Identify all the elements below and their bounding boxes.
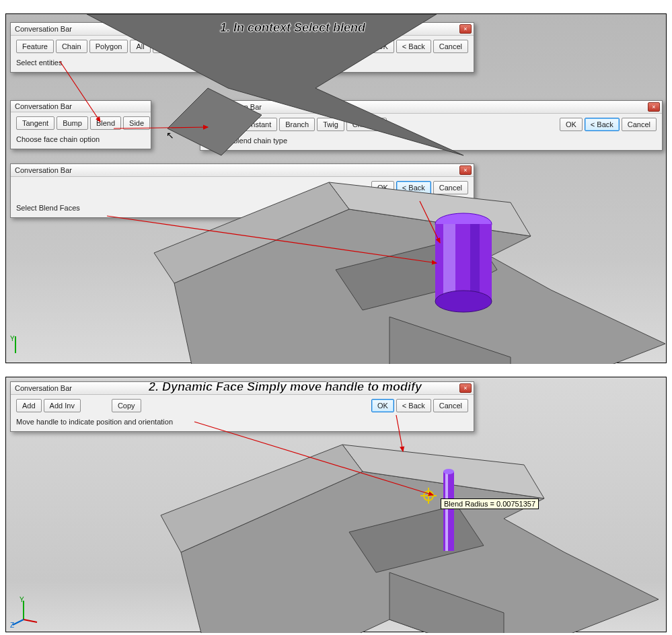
step2-caption: 2. Dynamic Face Simply move handle to mo… bbox=[149, 380, 422, 394]
axis-gizmo: Y bbox=[9, 333, 36, 360]
svg-text:Y: Y bbox=[20, 596, 24, 603]
svg-rect-25 bbox=[445, 472, 448, 551]
viewport-bottom[interactable]: Conversation Bar × Add Add Inv Copy OK <… bbox=[5, 377, 667, 632]
step1-caption: 1. In context Select blend bbox=[220, 21, 365, 35]
blend-radius-tooltip: Blend Radius = 0.00751357 bbox=[441, 498, 539, 509]
svg-point-12 bbox=[435, 291, 492, 312]
model-top bbox=[6, 14, 665, 364]
svg-rect-10 bbox=[443, 224, 455, 301]
svg-rect-11 bbox=[470, 224, 480, 301]
svg-text:Y: Y bbox=[10, 335, 15, 342]
svg-rect-24 bbox=[443, 472, 454, 551]
svg-text:Z: Z bbox=[10, 622, 14, 629]
svg-line-33 bbox=[13, 620, 24, 625]
svg-marker-0 bbox=[87, 14, 463, 155]
viewport-top[interactable]: Conversation Bar × Feature Chain Polygon… bbox=[5, 13, 667, 363]
model-bottom bbox=[6, 377, 665, 633]
svg-marker-1 bbox=[167, 88, 262, 155]
axis-gizmo: Y Z bbox=[9, 595, 42, 629]
svg-line-34 bbox=[24, 620, 37, 622]
svg-point-26 bbox=[443, 469, 454, 474]
